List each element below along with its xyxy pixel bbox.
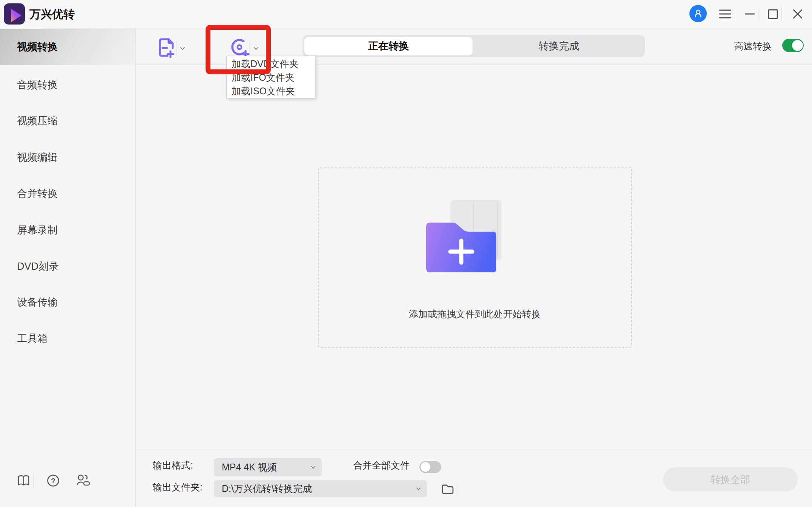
sidebar-item-screen-record[interactable]: 屏幕录制 xyxy=(0,222,135,238)
output-format-label: 输出格式: xyxy=(153,459,193,472)
button-separator xyxy=(176,40,177,56)
add-folder-icon xyxy=(426,220,496,274)
app-window: 万兴优转 视频转换 音频转换 视频压缩 视频编辑 合并转换 xyxy=(0,0,812,507)
sidebar-item-video-edit[interactable]: 视频编辑 xyxy=(0,149,135,166)
add-file-icon[interactable] xyxy=(157,37,175,60)
sidebar-item-dvd-burn[interactable]: DVD刻录 xyxy=(0,258,135,275)
load-dvd-chevron-down-icon[interactable] xyxy=(253,45,259,52)
menu-item-load-iso-folder[interactable]: 加载ISO文件夹 xyxy=(227,84,315,98)
sidebar-item-audio-convert[interactable]: 音频转换 xyxy=(0,77,135,93)
browse-folder-icon[interactable] xyxy=(441,483,454,496)
sidebar: 视频转换 音频转换 视频压缩 视频编辑 合并转换 屏幕录制 DVD刻录 设备传输… xyxy=(0,28,136,507)
button-separator xyxy=(250,40,250,56)
menu-icon[interactable] xyxy=(717,5,733,23)
user-guide-book-icon[interactable] xyxy=(17,474,30,488)
tab-converting[interactable]: 正在转换 xyxy=(304,37,473,55)
account-avatar-icon[interactable] xyxy=(689,5,707,22)
titlebar-separator xyxy=(781,7,782,21)
fast-convert-label: 高速转换 xyxy=(734,40,772,52)
merge-all-label: 合并全部文件 xyxy=(353,459,410,472)
sidebar-item-toolbox[interactable]: 工具箱 xyxy=(0,330,135,347)
tab-group: 正在转换 转换完成 xyxy=(302,35,645,57)
convert-all-button[interactable]: 转换全部 xyxy=(663,467,798,492)
sidebar-item-device-transfer[interactable]: 设备传输 xyxy=(0,294,135,310)
sidebar-item-video-compress[interactable]: 视频压缩 xyxy=(0,112,135,129)
titlebar-separator xyxy=(734,7,734,21)
close-button[interactable] xyxy=(789,5,806,23)
footer-separator xyxy=(63,473,63,488)
footer-separator xyxy=(33,473,34,488)
menu-item-load-dvd-folder[interactable]: 加载DVD文件夹 xyxy=(227,57,315,71)
output-settings-panel: 输出格式: MP4 4K 视频 合并全部文件 输出文件夹: D:\万兴优转\转换… xyxy=(136,449,812,507)
svg-text:?: ? xyxy=(51,477,55,485)
title-bar: 万兴优转 xyxy=(0,0,812,28)
toggle-knob xyxy=(792,40,803,51)
minimize-button[interactable] xyxy=(741,5,758,23)
panel-separator xyxy=(457,481,457,497)
sidebar-item-merge-convert[interactable]: 合并转换 xyxy=(0,185,135,202)
output-format-value: MP4 4K 视频 xyxy=(222,458,277,476)
sidebar-item-video-convert[interactable]: 视频转换 xyxy=(0,29,135,65)
output-folder-value: D:\万兴优转\转换完成 xyxy=(222,480,312,497)
file-drop-zone[interactable]: 添加或拖拽文件到此处开始转换 xyxy=(318,167,632,348)
fast-convert-toggle[interactable] xyxy=(782,39,804,52)
community-icon[interactable] xyxy=(76,474,91,489)
merge-all-toggle[interactable] xyxy=(419,461,441,473)
add-file-chevron-down-icon[interactable] xyxy=(180,45,185,52)
output-folder-label: 输出文件夹: xyxy=(153,481,203,493)
titlebar-separator xyxy=(758,7,758,21)
load-dvd-dropdown-menu: 加载DVD文件夹 加载IFO文件夹 加载ISO文件夹 xyxy=(226,56,316,98)
help-icon[interactable]: ? xyxy=(47,474,60,489)
output-folder-select[interactable]: D:\万兴优转\转换完成 xyxy=(214,480,427,497)
maximize-button[interactable] xyxy=(764,5,781,23)
menu-item-load-ifo-folder[interactable]: 加载IFO文件夹 xyxy=(227,71,315,84)
app-logo-icon xyxy=(4,3,25,25)
app-title: 万兴优转 xyxy=(29,0,75,28)
sidebar-item-label: 视频转换 xyxy=(17,29,58,65)
output-format-select[interactable]: MP4 4K 视频 xyxy=(214,458,322,476)
tab-converted[interactable]: 转换完成 xyxy=(473,35,645,57)
toggle-knob xyxy=(421,462,430,472)
dropzone-hint-text: 添加或拖拽文件到此处开始转换 xyxy=(319,308,631,320)
